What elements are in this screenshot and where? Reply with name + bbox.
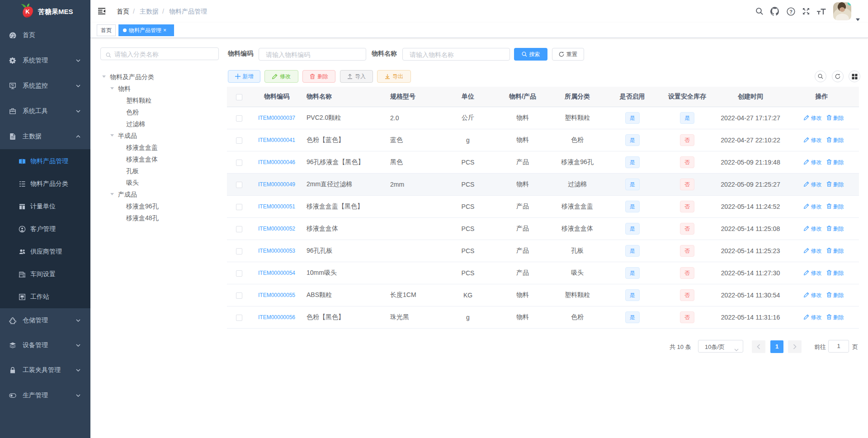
svg-text:?: ? bbox=[789, 9, 793, 14]
svg-text:K: K bbox=[25, 8, 30, 15]
